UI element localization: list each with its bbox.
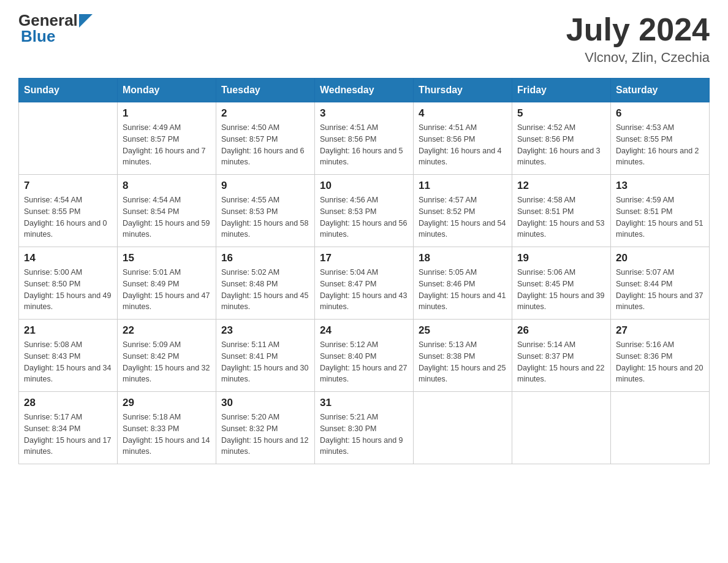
day-info: Sunrise: 5:18 AM Sunset: 8:33 PM Dayligh…	[123, 412, 211, 458]
day-number: 10	[320, 180, 408, 192]
day-number: 7	[24, 180, 112, 192]
calendar-cell: 28 Sunrise: 5:17 AM Sunset: 8:34 PM Dayl…	[19, 392, 118, 464]
calendar-cell: 12 Sunrise: 4:58 AM Sunset: 8:51 PM Dayl…	[512, 175, 611, 247]
day-info: Sunrise: 4:51 AM Sunset: 8:56 PM Dayligh…	[320, 122, 408, 168]
calendar-cell: 30 Sunrise: 5:20 AM Sunset: 8:32 PM Dayl…	[216, 392, 315, 464]
calendar-cell: 29 Sunrise: 5:18 AM Sunset: 8:33 PM Dayl…	[118, 392, 216, 464]
day-number: 29	[123, 397, 211, 409]
week-row-1: 1 Sunrise: 4:49 AM Sunset: 8:57 PM Dayli…	[19, 102, 710, 175]
calendar-cell	[414, 392, 512, 464]
week-row-3: 14 Sunrise: 5:00 AM Sunset: 8:50 PM Dayl…	[19, 247, 710, 320]
calendar-cell: 16 Sunrise: 5:02 AM Sunset: 8:48 PM Dayl…	[216, 247, 315, 320]
day-info: Sunrise: 5:12 AM Sunset: 8:40 PM Dayligh…	[320, 339, 408, 385]
day-info: Sunrise: 4:55 AM Sunset: 8:53 PM Dayligh…	[221, 194, 309, 240]
calendar-cell: 7 Sunrise: 4:54 AM Sunset: 8:55 PM Dayli…	[19, 175, 118, 247]
calendar-cell: 18 Sunrise: 5:05 AM Sunset: 8:46 PM Dayl…	[414, 247, 512, 320]
month-year-title: July 2024	[566, 12, 710, 47]
calendar-table: Sunday Monday Tuesday Wednesday Thursday…	[18, 78, 710, 464]
logo-text-blue: Blue	[21, 28, 93, 44]
calendar-cell: 26 Sunrise: 5:14 AM Sunset: 8:37 PM Dayl…	[512, 320, 611, 392]
day-number: 5	[517, 107, 605, 120]
day-number: 24	[320, 324, 408, 337]
location-subtitle: Vlcnov, Zlin, Czechia	[566, 50, 710, 66]
calendar-cell: 23 Sunrise: 5:11 AM Sunset: 8:41 PM Dayl…	[216, 320, 315, 392]
day-info: Sunrise: 5:02 AM Sunset: 8:48 PM Dayligh…	[221, 267, 309, 313]
day-info: Sunrise: 5:08 AM Sunset: 8:43 PM Dayligh…	[24, 339, 112, 385]
calendar-cell: 14 Sunrise: 5:00 AM Sunset: 8:50 PM Dayl…	[19, 247, 118, 320]
day-info: Sunrise: 5:09 AM Sunset: 8:42 PM Dayligh…	[123, 339, 211, 385]
day-info: Sunrise: 5:20 AM Sunset: 8:32 PM Dayligh…	[221, 412, 309, 458]
week-row-5: 28 Sunrise: 5:17 AM Sunset: 8:34 PM Dayl…	[19, 392, 710, 464]
calendar-cell: 9 Sunrise: 4:55 AM Sunset: 8:53 PM Dayli…	[216, 175, 315, 247]
calendar-header: Sunday Monday Tuesday Wednesday Thursday…	[19, 79, 710, 102]
calendar-cell: 20 Sunrise: 5:07 AM Sunset: 8:44 PM Dayl…	[611, 247, 710, 320]
day-info: Sunrise: 4:56 AM Sunset: 8:53 PM Dayligh…	[320, 194, 408, 240]
day-number: 18	[419, 252, 507, 264]
svg-marker-0	[79, 14, 93, 28]
calendar-cell: 10 Sunrise: 4:56 AM Sunset: 8:53 PM Dayl…	[315, 175, 414, 247]
header-thursday: Thursday	[414, 79, 512, 102]
day-info: Sunrise: 5:17 AM Sunset: 8:34 PM Dayligh…	[24, 412, 112, 458]
header-saturday: Saturday	[611, 79, 710, 102]
day-info: Sunrise: 5:04 AM Sunset: 8:47 PM Dayligh…	[320, 267, 408, 313]
day-number: 1	[123, 107, 211, 120]
title-block: July 2024 Vlcnov, Zlin, Czechia	[566, 12, 710, 66]
day-info: Sunrise: 5:07 AM Sunset: 8:44 PM Dayligh…	[616, 267, 704, 313]
day-info: Sunrise: 4:53 AM Sunset: 8:55 PM Dayligh…	[616, 122, 704, 168]
day-info: Sunrise: 4:59 AM Sunset: 8:51 PM Dayligh…	[616, 194, 704, 240]
logo: General Blue	[18, 12, 93, 44]
calendar-cell: 25 Sunrise: 5:13 AM Sunset: 8:38 PM Dayl…	[414, 320, 512, 392]
header-friday: Friday	[512, 79, 611, 102]
day-info: Sunrise: 5:06 AM Sunset: 8:45 PM Dayligh…	[517, 267, 605, 313]
day-number: 15	[123, 252, 211, 264]
header-tuesday: Tuesday	[216, 79, 315, 102]
day-info: Sunrise: 4:58 AM Sunset: 8:51 PM Dayligh…	[517, 194, 605, 240]
day-info: Sunrise: 5:05 AM Sunset: 8:46 PM Dayligh…	[419, 267, 507, 313]
day-info: Sunrise: 4:54 AM Sunset: 8:55 PM Dayligh…	[24, 194, 112, 240]
calendar-cell: 19 Sunrise: 5:06 AM Sunset: 8:45 PM Dayl…	[512, 247, 611, 320]
calendar-cell: 5 Sunrise: 4:52 AM Sunset: 8:56 PM Dayli…	[512, 102, 611, 175]
day-number: 20	[616, 252, 704, 264]
day-info: Sunrise: 4:57 AM Sunset: 8:52 PM Dayligh…	[419, 194, 507, 240]
day-number: 6	[616, 107, 704, 120]
calendar-cell: 22 Sunrise: 5:09 AM Sunset: 8:42 PM Dayl…	[118, 320, 216, 392]
day-number: 28	[24, 397, 112, 409]
day-info: Sunrise: 5:16 AM Sunset: 8:36 PM Dayligh…	[616, 339, 704, 385]
day-number: 9	[221, 180, 309, 192]
day-info: Sunrise: 4:52 AM Sunset: 8:56 PM Dayligh…	[517, 122, 605, 168]
day-info: Sunrise: 5:11 AM Sunset: 8:41 PM Dayligh…	[221, 339, 309, 385]
calendar-cell: 17 Sunrise: 5:04 AM Sunset: 8:47 PM Dayl…	[315, 247, 414, 320]
day-number: 25	[419, 324, 507, 337]
day-number: 30	[221, 397, 309, 409]
day-number: 17	[320, 252, 408, 264]
day-number: 16	[221, 252, 309, 264]
calendar-cell	[611, 392, 710, 464]
day-info: Sunrise: 5:14 AM Sunset: 8:37 PM Dayligh…	[517, 339, 605, 385]
header-sunday: Sunday	[19, 79, 118, 102]
calendar-cell: 11 Sunrise: 4:57 AM Sunset: 8:52 PM Dayl…	[414, 175, 512, 247]
day-number: 31	[320, 397, 408, 409]
week-row-4: 21 Sunrise: 5:08 AM Sunset: 8:43 PM Dayl…	[19, 320, 710, 392]
page-header: General Blue July 2024 Vlcnov, Zlin, Cze…	[18, 12, 710, 66]
calendar-cell	[19, 102, 118, 175]
weekday-header-row: Sunday Monday Tuesday Wednesday Thursday…	[19, 79, 710, 102]
calendar-cell: 13 Sunrise: 4:59 AM Sunset: 8:51 PM Dayl…	[611, 175, 710, 247]
day-number: 19	[517, 252, 605, 264]
header-monday: Monday	[118, 79, 216, 102]
calendar-cell: 2 Sunrise: 4:50 AM Sunset: 8:57 PM Dayli…	[216, 102, 315, 175]
day-info: Sunrise: 4:54 AM Sunset: 8:54 PM Dayligh…	[123, 194, 211, 240]
calendar-cell: 27 Sunrise: 5:16 AM Sunset: 8:36 PM Dayl…	[611, 320, 710, 392]
day-number: 3	[320, 107, 408, 120]
day-number: 11	[419, 180, 507, 192]
calendar-cell: 8 Sunrise: 4:54 AM Sunset: 8:54 PM Dayli…	[118, 175, 216, 247]
logo-arrow-icon	[79, 14, 93, 28]
day-info: Sunrise: 4:49 AM Sunset: 8:57 PM Dayligh…	[123, 122, 211, 168]
day-number: 21	[24, 324, 112, 337]
day-number: 8	[123, 180, 211, 192]
day-info: Sunrise: 5:13 AM Sunset: 8:38 PM Dayligh…	[419, 339, 507, 385]
day-number: 26	[517, 324, 605, 337]
day-number: 2	[221, 107, 309, 120]
calendar-cell: 4 Sunrise: 4:51 AM Sunset: 8:56 PM Dayli…	[414, 102, 512, 175]
calendar-cell: 21 Sunrise: 5:08 AM Sunset: 8:43 PM Dayl…	[19, 320, 118, 392]
calendar-cell	[512, 392, 611, 464]
